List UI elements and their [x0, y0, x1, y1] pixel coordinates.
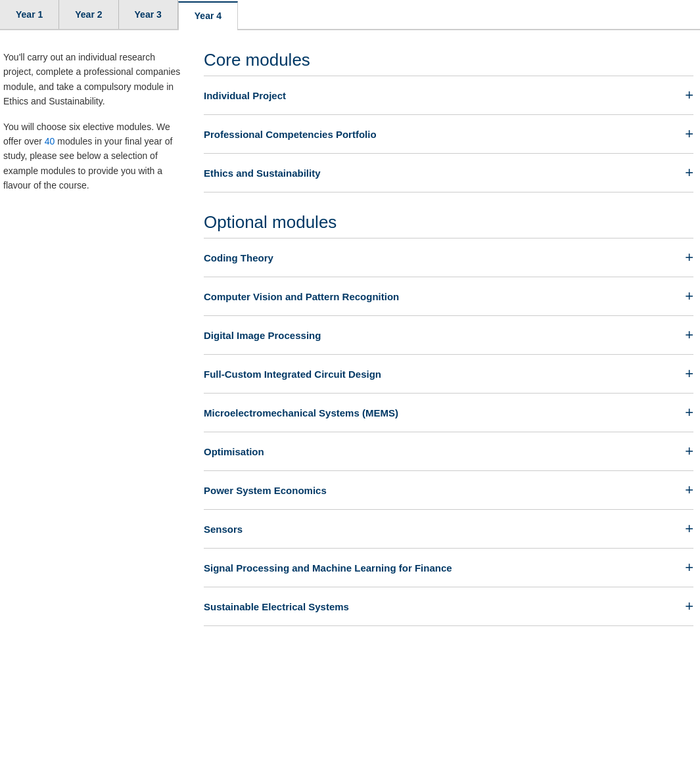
- expand-icon: +: [685, 599, 693, 614]
- right-panel: Core modules Individual Project + Profes…: [197, 50, 700, 646]
- list-item[interactable]: Sustainable Electrical Systems +: [204, 587, 693, 626]
- list-item[interactable]: Power System Economics +: [204, 471, 693, 510]
- list-item[interactable]: Computer Vision and Pattern Recognition …: [204, 277, 693, 316]
- list-item[interactable]: Coding Theory +: [204, 238, 693, 277]
- list-item[interactable]: Individual Project +: [204, 76, 693, 115]
- left-panel: You'll carry out an individual research …: [0, 50, 197, 646]
- list-item[interactable]: Microelectromechanical Systems (MEMS) +: [204, 394, 693, 432]
- module-name: Professional Competencies Portfolio: [204, 129, 377, 140]
- expand-icon: +: [685, 560, 693, 575]
- module-name: Sustainable Electrical Systems: [204, 601, 349, 612]
- module-name: Coding Theory: [204, 252, 273, 263]
- expand-icon: +: [685, 483, 693, 497]
- expand-icon: +: [685, 444, 693, 459]
- module-name: Power System Economics: [204, 485, 327, 496]
- expand-icon: +: [685, 127, 693, 141]
- expand-icon: +: [685, 166, 693, 180]
- module-name: Computer Vision and Pattern Recognition: [204, 291, 399, 302]
- tab-year3[interactable]: Year 3: [119, 0, 178, 29]
- expand-icon: +: [685, 405, 693, 420]
- tab-year2[interactable]: Year 2: [59, 0, 118, 29]
- tab-year4[interactable]: Year 4: [178, 1, 238, 30]
- module-name: Ethics and Sustainability: [204, 168, 321, 179]
- core-modules-list: Individual Project + Professional Compet…: [204, 76, 693, 192]
- core-modules-title: Core modules: [204, 50, 693, 70]
- description-paragraph-2: You will choose six elective modules. We…: [3, 120, 184, 193]
- module-name: Sensors: [204, 524, 243, 535]
- optional-modules-list: Coding Theory + Computer Vision and Patt…: [204, 238, 693, 626]
- expand-icon: +: [685, 250, 693, 265]
- module-name: Microelectromechanical Systems (MEMS): [204, 407, 398, 418]
- list-item[interactable]: Ethics and Sustainability +: [204, 154, 693, 192]
- list-item[interactable]: Digital Image Processing +: [204, 316, 693, 355]
- module-name: Signal Processing and Machine Learning f…: [204, 562, 452, 574]
- expand-icon: +: [685, 522, 693, 536]
- description-paragraph-1: You'll carry out an individual research …: [3, 50, 184, 109]
- list-item[interactable]: Signal Processing and Machine Learning f…: [204, 549, 693, 587]
- expand-icon: +: [685, 88, 693, 102]
- list-item[interactable]: Sensors +: [204, 510, 693, 549]
- tab-year1[interactable]: Year 1: [0, 0, 59, 29]
- module-name: Digital Image Processing: [204, 330, 321, 341]
- expand-icon: +: [685, 367, 693, 381]
- expand-icon: +: [685, 328, 693, 342]
- optional-modules-title: Optional modules: [204, 212, 693, 233]
- main-content: You'll carry out an individual research …: [0, 50, 700, 672]
- expand-icon: +: [685, 289, 693, 304]
- list-item[interactable]: Full-Custom Integrated Circuit Design +: [204, 355, 693, 394]
- module-name: Optimisation: [204, 446, 264, 457]
- optional-modules-section: Optional modules Coding Theory + Compute…: [204, 212, 693, 626]
- module-name: Individual Project: [204, 90, 286, 101]
- list-item[interactable]: Optimisation +: [204, 432, 693, 471]
- modules-link[interactable]: 40: [45, 136, 55, 147]
- year-tabs: Year 1 Year 2 Year 3 Year 4: [0, 0, 700, 30]
- module-name: Full-Custom Integrated Circuit Design: [204, 369, 381, 380]
- list-item[interactable]: Professional Competencies Portfolio +: [204, 115, 693, 154]
